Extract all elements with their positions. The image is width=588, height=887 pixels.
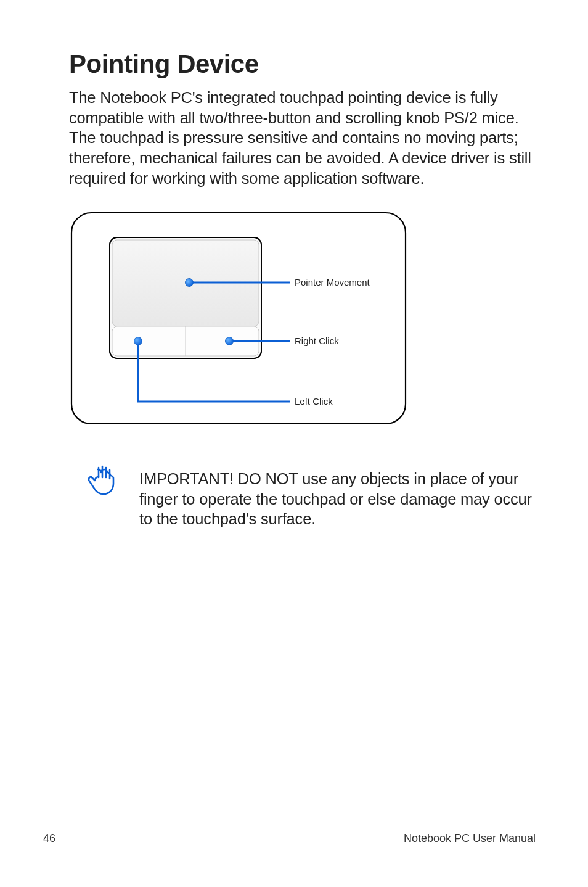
svg-point-6 (186, 279, 194, 287)
hand-icon (88, 463, 117, 499)
label-left-click: Left Click (295, 396, 333, 406)
svg-point-8 (226, 337, 234, 345)
intro-paragraph: The Notebook PC's integrated touchpad po… (69, 88, 536, 188)
label-pointer-movement: Pointer Movement (295, 277, 370, 287)
page-footer: 46 Notebook PC User Manual (43, 827, 536, 845)
footer-title: Notebook PC User Manual (404, 832, 536, 845)
svg-point-10 (134, 337, 142, 345)
label-right-click: Right Click (295, 336, 339, 346)
touchpad-diagram: Pointer Movement Right Click Left Click (69, 210, 408, 429)
important-notice: IMPORTANT! DO NOT use any objects in pla… (139, 461, 536, 537)
page-number: 46 (43, 832, 55, 845)
page-heading: Pointing Device (69, 49, 536, 79)
